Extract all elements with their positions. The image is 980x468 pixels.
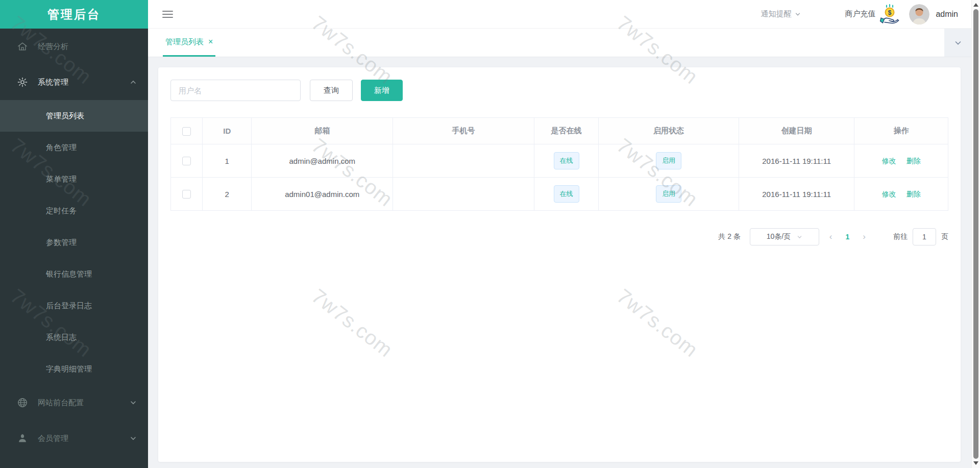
cell-phone [393,144,534,178]
tabs-collapse-button[interactable] [944,29,971,57]
sidebar-subitem-label: 角色管理 [46,143,77,153]
chevron-up-icon [130,79,137,86]
sidebar-subitem-scheduled-tasks[interactable]: 定时任务 [0,195,148,227]
page-scrollbar[interactable] [971,0,980,468]
goto-label: 前往 [893,232,908,241]
cell-email: admin@admin.com [252,144,393,178]
column-header-online: 是否在线 [534,118,598,144]
tab-label: 管理员列表 [165,37,204,47]
gear-icon [17,77,28,88]
delete-link[interactable]: 删除 [906,157,921,165]
sidebar-subitem-label: 定时任务 [46,206,77,216]
cell-created: 2016-11-11 19:11:11 [739,178,854,211]
sidebar-item-site-frontend-config[interactable]: 网站前台配置 [0,385,148,421]
member-icon [17,433,28,444]
cell-id: 1 [203,144,252,178]
sidebar-item-member-management[interactable]: 会员管理 [0,421,148,456]
sidebar-subitem-admin-list[interactable]: 管理员列表 [0,100,148,132]
main-area: 通知提醒 商户充值 $ [148,0,971,468]
online-badge[interactable]: 在线 [554,152,579,169]
sidebar-subitem-system-log[interactable]: 系统日志 [0,322,148,353]
cell-phone [393,178,534,211]
home-icon [17,41,28,52]
sidebar-subitem-label: 字典明细管理 [46,364,92,374]
add-button[interactable]: 新增 [361,80,403,101]
column-header-phone: 手机号 [393,118,534,144]
scrollbar-thumb[interactable] [973,9,978,459]
admin-list-card: 查询 新增 ID 邮箱 手机号 是否在线 [158,67,961,462]
sidebar-subitem-backend-login-log[interactable]: 后台登录日志 [0,290,148,322]
sidebar-subitem-label: 后台登录日志 [46,301,92,311]
menu-toggle-button[interactable] [162,11,173,18]
notice-label: 通知提醒 [761,9,791,19]
edit-link[interactable]: 修改 [882,157,896,165]
avatar[interactable] [909,4,929,24]
top-header: 通知提醒 商户充值 $ [148,0,971,29]
tab-admin-list[interactable]: 管理员列表 × [163,29,215,57]
scroll-down-arrow-icon[interactable] [973,461,978,465]
delete-link[interactable]: 删除 [906,190,921,198]
merchant-recharge-button[interactable]: 商户充值 $ [845,4,900,25]
sidebar-subitem-role-management[interactable]: 角色管理 [0,132,148,163]
cell-created: 2016-11-11 19:11:11 [739,144,854,178]
table-header-row: ID 邮箱 手机号 是否在线 启用状态 创建日期 操作 [171,118,948,144]
goto-page-input[interactable] [913,228,936,245]
admin-backend-screen: 管理后台 经营分析 系统管理 管理员列表 [0,0,980,468]
column-header-email: 邮箱 [252,118,393,144]
toolbar: 查询 新增 [170,80,948,101]
column-header-status: 启用状态 [599,118,739,144]
scroll-up-arrow-icon[interactable] [973,3,978,7]
table-row: 2 admin01@admin.com 在线 启用 2016-11-11 19:… [171,178,948,211]
sidebar-subitem-dictionary-detail-management[interactable]: 字典明细管理 [0,353,148,385]
sidebar-subitem-menu-management[interactable]: 菜单管理 [0,163,148,195]
header-right: 通知提醒 商户充值 $ [761,4,958,25]
current-page[interactable]: 1 [843,233,853,241]
sidebar-item-label: 经营分析 [38,42,137,52]
sidebar-subitem-label: 银行信息管理 [46,269,92,279]
sidebar-subitem-label: 管理员列表 [46,111,84,121]
prev-page-button[interactable]: ‹ [823,232,839,242]
row-checkbox[interactable] [182,157,191,165]
column-header-created: 创建日期 [739,118,854,144]
cell-id: 2 [203,178,252,211]
system-management-submenu: 管理员列表 角色管理 菜单管理 定时任务 参数管理 银行信息管理 [0,100,148,385]
sidebar-subitem-label: 参数管理 [46,238,77,248]
svg-text:$: $ [888,9,892,16]
sidebar-item-business-analysis[interactable]: 经营分析 [0,29,148,64]
close-icon[interactable]: × [208,38,213,46]
sidebar-item-label: 网站前台配置 [38,398,130,408]
total-count-label: 共 2 条 [718,232,741,241]
sidebar: 管理后台 经营分析 系统管理 管理员列表 [0,0,148,468]
edit-link[interactable]: 修改 [882,190,896,198]
status-badge[interactable]: 启用 [656,185,681,203]
online-badge[interactable]: 在线 [554,185,579,203]
coin-hand-icon: $ [879,4,900,25]
username-search-input[interactable] [170,80,301,101]
pagination: 共 2 条 10条/页 ‹ 1 › 前往 页 [170,228,948,245]
sidebar-item-label: 系统管理 [38,78,130,87]
row-checkbox[interactable] [182,190,191,199]
sidebar-item-system-management[interactable]: 系统管理 [0,64,148,100]
page-size-select[interactable]: 10条/页 [750,228,819,245]
notice-dropdown[interactable]: 通知提醒 [761,9,801,19]
sidebar-subitem-bank-info-management[interactable]: 银行信息管理 [0,258,148,290]
recharge-label: 商户充值 [845,9,875,19]
select-all-checkbox[interactable] [182,127,191,136]
status-badge[interactable]: 启用 [656,152,681,169]
chevron-down-icon [795,11,801,17]
column-header-id: ID [203,118,252,144]
app-title: 管理后台 [47,7,101,22]
cell-email: admin01@admin.com [252,178,393,211]
next-page-button[interactable]: › [856,232,872,242]
page-size-value: 10条/页 [767,232,791,241]
sidebar-subitem-label: 系统日志 [46,333,77,342]
username-label[interactable]: admin [936,10,958,19]
admin-table: ID 邮箱 手机号 是否在线 启用状态 创建日期 操作 1 [170,117,948,211]
sidebar-subitem-parameter-management[interactable]: 参数管理 [0,227,148,258]
globe-icon [17,397,28,408]
app-logo: 管理后台 [0,0,148,29]
table-row: 1 admin@admin.com 在线 启用 2016-11-11 19:11… [171,144,948,178]
tab-bar: 管理员列表 × [148,29,971,57]
query-button[interactable]: 查询 [310,80,353,101]
chevron-down-icon [130,399,137,406]
